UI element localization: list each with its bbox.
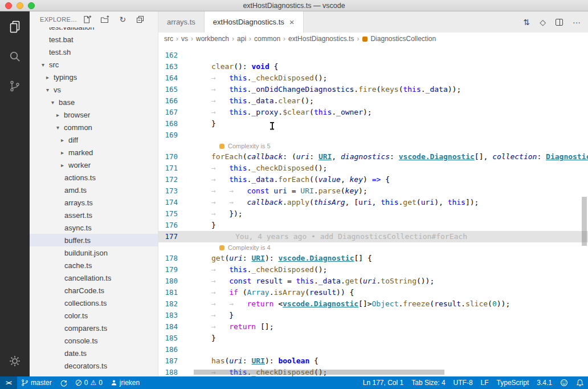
tree-item-cache.ts[interactable]: cache.ts [30,259,158,272]
new-file-icon[interactable] [83,15,92,24]
code-line-167[interactable]: 167→this._proxy.$clear(this._owner); [158,107,588,118]
code-line-172[interactable]: 172→this._data.forEach((value, key) => { [158,174,588,185]
eol-setting[interactable]: LF [477,376,493,389]
explorer-section-header[interactable]: EXPLORE… ↻ [30,11,158,27]
tree-item-marked[interactable]: ▸marked [30,146,158,159]
refresh-icon[interactable]: ↻ [118,15,127,24]
tree-item-comparers.ts[interactable]: comparers.ts [30,322,158,334]
tree-item-base[interactable]: ▾base [30,96,158,108]
tree-item-cancellation.ts[interactable]: cancellation.ts [30,272,158,284]
code-line-179[interactable]: 179→this._checkDisposed(); [158,264,588,275]
tree-item-typings[interactable]: ▸typings [30,71,158,83]
code-line-176[interactable]: 176} [158,220,588,231]
tree-item-worker[interactable]: ▸worker [30,159,158,171]
remote-indicator[interactable]: >< [0,376,17,389]
tree-item-decorators.ts[interactable]: decorators.ts [30,359,158,372]
code-editor[interactable]: 162163clear(): void {164→this._checkDisp… [158,45,588,376]
code-line-171[interactable]: 171→this._checkDisposed(); [158,163,588,174]
code-text: } [178,333,588,344]
code-line-166[interactable]: 166→this._data.clear(); [158,95,588,107]
breadcrumb-symbol[interactable]: DiagnosticsCollection [370,35,436,43]
tree-item-actions.ts[interactable]: actions.ts [30,171,158,184]
tree-item-src[interactable]: ▾src [30,58,158,71]
source-control-icon[interactable] [7,79,22,94]
codelens[interactable]: Complexity is 4 [158,242,588,253]
breadcrumb-item[interactable]: common [254,35,280,43]
indentation-setting[interactable]: Tab Size: 4 [407,376,449,389]
code-line-177[interactable]: 177You, 4 years ago • add DiagnosticsCol… [158,231,588,242]
code-line-184[interactable]: 184→return []; [158,321,588,333]
git-branch-indicator[interactable]: master [17,376,56,389]
code-line-178[interactable]: 178get(uri: URI): vscode.Diagnostic[] { [158,253,588,264]
breadcrumb-item[interactable]: src [164,35,173,43]
code-line-183[interactable]: 183→} [158,310,588,321]
swap-icon[interactable]: ⇅ [523,18,530,26]
explorer-icon[interactable] [7,19,22,34]
tree-item-vs[interactable]: ▾vs [30,83,158,96]
code-line-174[interactable]: 174→→callback.apply(thisArg, [uri, this.… [158,197,588,208]
notifications-bell-button[interactable] [572,376,588,389]
code-line-186[interactable]: 186 [158,344,588,355]
code-line-170[interactable]: 170forEach(callback: (uri: URI, diagnost… [158,151,588,163]
tab-arrays.ts[interactable]: arrays.ts [158,11,205,33]
breadcrumb-item[interactable]: api [237,35,246,43]
feedback-smiley-button[interactable] [556,376,572,389]
code-line-181[interactable]: 181→if (Array.isArray(result)) { [158,287,588,298]
tree-item-buildunit.json[interactable]: buildunit.json [30,246,158,259]
code-line-169[interactable]: 169 [158,129,588,141]
tree-item-browser[interactable]: ▸browser [30,108,158,121]
code-line-163[interactable]: 163clear(): void { [158,61,588,72]
code-line-168[interactable]: 168} [158,118,588,129]
code-line-187[interactable]: 187has(uri: URI): boolean { [158,355,588,367]
code-line-185[interactable]: 185} [158,333,588,344]
more-actions-icon[interactable]: ··· [573,18,581,26]
code-line-173[interactable]: 173→→const uri = URI.parse(key); [158,185,588,197]
tree-item-amd.ts[interactable]: amd.ts [30,184,158,196]
user-indicator[interactable]: jrieken [107,376,144,389]
typescript-version[interactable]: 3.4.1 [533,376,556,389]
tree-item-arrays.ts[interactable]: arrays.ts [30,196,158,209]
sync-icon [60,379,67,387]
code-line-164[interactable]: 164→this._checkDisposed(); [158,72,588,84]
zoom-window-button[interactable] [28,2,35,9]
breadcrumb-item[interactable]: extHostDiagnostics.ts [288,35,354,43]
problems-indicator[interactable]: 0 ⚠ 0 [71,376,107,389]
language-mode[interactable]: TypeScript [493,376,533,389]
tab-extHostDiagnostics.ts[interactable]: extHostDiagnostics.ts× [205,11,304,33]
code-line-162[interactable]: 162 [158,50,588,61]
close-tab-icon[interactable]: × [289,18,295,26]
tree-item-async.ts[interactable]: async.ts [30,221,158,234]
tree-item-test.bat[interactable]: test.bat [30,33,158,46]
breadcrumb-item[interactable]: vs [181,35,188,43]
tree-item-test.validation[interactable]: test.validation [30,27,158,33]
breadcrumb-item[interactable]: workbench [196,35,229,43]
minimize-window-button[interactable] [17,2,23,9]
tree-item-test.sh[interactable]: test.sh [30,46,158,58]
horizontal-scrollbar[interactable] [194,370,444,375]
collapse-all-icon[interactable] [136,15,145,24]
tree-item-buffer.ts[interactable]: buffer.ts [30,234,158,246]
code-line-165[interactable]: 165→this._onDidChangeDiagnostics.fire(ke… [158,84,588,95]
code-line-175[interactable]: 175→}); [158,208,588,220]
cursor-position[interactable]: Ln 177, Col 1 [359,376,407,389]
code-line-182[interactable]: 182→→return <vscode.Diagnostic[]>Object.… [158,298,588,310]
tree-item-charCode.ts[interactable]: charCode.ts [30,284,158,297]
tree-item-common[interactable]: ▾common [30,121,158,133]
close-window-button[interactable] [5,2,12,9]
settings-gear-icon[interactable] [7,354,22,368]
search-icon[interactable] [7,49,22,64]
tree-item-collections.ts[interactable]: collections.ts [30,297,158,309]
tree-item-console.ts[interactable]: console.ts [30,334,158,347]
encoding[interactable]: UTF-8 [450,376,477,389]
tree-item-date.ts[interactable]: date.ts [30,347,158,359]
split-editor-icon[interactable] [556,19,563,26]
tree-item-diff[interactable]: ▸diff [30,133,158,146]
tree-item-color.ts[interactable]: color.ts [30,309,158,322]
sync-button[interactable] [56,376,71,389]
codelens[interactable]: Complexity is 5 [158,141,588,151]
new-folder-icon[interactable] [100,15,109,24]
tree-item-assert.ts[interactable]: assert.ts [30,209,158,221]
code-line-180[interactable]: 180→const result = this._data.get(uri.to… [158,275,588,287]
gitlens-diamond-icon[interactable]: ◇ [540,18,546,26]
vertical-scrollbar[interactable] [582,197,587,246]
